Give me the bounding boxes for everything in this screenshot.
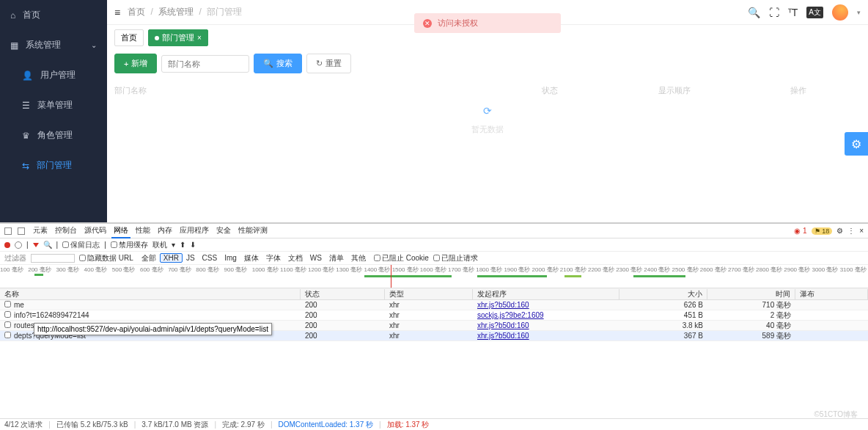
gear-icon[interactable]: ⚙: [836, 227, 843, 235]
record-icon[interactable]: [4, 242, 10, 248]
dept-name-input[interactable]: [161, 55, 249, 73]
close-icon[interactable]: ×: [859, 227, 864, 235]
preserve-log-checkbox[interactable]: 保留日志: [62, 240, 100, 250]
url-tooltip: http://localhost:9527/dev-api/youlai-adm…: [34, 323, 272, 335]
search-icon[interactable]: 🔍: [43, 241, 52, 249]
th-order: 显示顺序: [612, 85, 737, 96]
add-label: 新增: [131, 58, 147, 69]
col-name[interactable]: 名称: [0, 289, 301, 299]
disable-cache-checkbox[interactable]: 禁用缓存: [111, 240, 148, 250]
caret-down-icon[interactable]: ▾: [172, 241, 175, 249]
active-dot-icon: [155, 36, 159, 40]
timeline[interactable]: 100 毫秒200 毫秒300 毫秒400 毫秒500 毫秒600 毫秒700 …: [0, 265, 868, 288]
issue-badge[interactable]: ⚑ 18: [812, 227, 833, 235]
upload-icon[interactable]: ⬆: [180, 241, 185, 249]
row-checkbox[interactable]: [4, 332, 11, 338]
caret-down-icon[interactable]: ▾: [857, 9, 861, 16]
search-button[interactable]: 🔍搜索: [254, 54, 302, 73]
tab-dept[interactable]: 部门管理 ×: [148, 29, 208, 46]
sidebar-system-label: 系统管理: [26, 39, 61, 51]
row-checkbox[interactable]: [4, 311, 11, 318]
row-checkbox[interactable]: [4, 301, 11, 307]
sidebar-item-dept[interactable]: ⇆部门管理: [0, 150, 107, 181]
network-row[interactable]: info?t=1624899472144200xhrsockjs.js?9be2…: [0, 310, 868, 321]
hide-data-url-checkbox[interactable]: 隐藏数据 URL: [79, 253, 133, 263]
fullscreen-icon[interactable]: ⛶: [769, 7, 779, 18]
devtools-tab[interactable]: 网络: [111, 224, 130, 238]
blocked-cookie-checkbox[interactable]: 已阻止 Cookie: [374, 253, 429, 263]
col-initiator[interactable]: 发起程序: [473, 289, 619, 299]
sidebar-item-roles[interactable]: ♛角色管理: [0, 120, 107, 150]
add-button[interactable]: +新增: [114, 54, 157, 73]
blocked-req-checkbox[interactable]: 已阻止请求: [433, 253, 478, 263]
devtools-header: 元素控制台源代码网络性能内存应用程序安全性能评测 ◉ 1 ⚑ 18 ⚙ ⋮ ×: [0, 224, 868, 238]
hamburger-icon[interactable]: ≡: [114, 7, 120, 18]
empty-text: 暂无数据: [114, 124, 861, 135]
col-type[interactable]: 类型: [385, 289, 473, 299]
tab-home[interactable]: 首页: [114, 29, 144, 46]
filter-input[interactable]: [31, 254, 75, 263]
devtools-controls: | 🔍 | 保留日志 | 禁用缓存 联机 ▾ ⬆ ⬇: [0, 238, 868, 252]
type-filter[interactable]: 文档: [284, 253, 306, 263]
filter-icon[interactable]: [33, 243, 39, 247]
sidebar-item-menus[interactable]: ☰菜单管理: [0, 90, 107, 120]
lang-icon[interactable]: A文: [806, 7, 823, 18]
refresh-icon: ↻: [316, 59, 323, 68]
type-filter[interactable]: 清单: [326, 253, 347, 263]
devtools-tab[interactable]: 性能: [133, 224, 152, 238]
sidebar-item-users[interactable]: 👤用户管理: [0, 60, 107, 90]
error-icon: ✕: [423, 19, 432, 28]
breadcrumb: 首页 / 系统管理 / 部门管理: [128, 6, 242, 18]
error-alert: ✕ 访问未授权: [414, 13, 561, 33]
type-filter[interactable]: CSS: [199, 253, 221, 263]
device-icon[interactable]: [18, 227, 25, 235]
search-icon[interactable]: 🔍: [748, 7, 760, 18]
type-filter[interactable]: 字体: [262, 253, 284, 263]
col-waterfall[interactable]: 瀑布: [795, 289, 868, 299]
clear-icon[interactable]: [15, 241, 22, 249]
col-size[interactable]: 大小: [619, 289, 707, 299]
throttle-select[interactable]: 联机: [152, 240, 167, 250]
devtools-tab[interactable]: 应用程序: [177, 224, 211, 238]
type-filter[interactable]: 媒体: [240, 253, 262, 263]
more-icon[interactable]: ⋮: [847, 227, 855, 235]
bc-home[interactable]: 首页: [128, 7, 145, 17]
devtools-status: 4/12 次请求| 已传输 5.2 kB/75.3 kB| 3.7 kB/17.…: [0, 418, 868, 430]
reset-button[interactable]: ↻重置: [306, 54, 351, 73]
col-status[interactable]: 状态: [301, 289, 385, 299]
devtools-tab[interactable]: 控制台: [53, 224, 79, 238]
settings-fab[interactable]: ⚙: [845, 132, 868, 156]
devtools-tab[interactable]: 性能评测: [236, 224, 270, 238]
download-icon[interactable]: ⬇: [190, 241, 196, 249]
search-icon: 🔍: [263, 59, 273, 68]
type-filter[interactable]: WS: [306, 253, 326, 263]
type-filter[interactable]: JS: [183, 253, 199, 263]
bc-system[interactable]: 系统管理: [158, 7, 194, 17]
sidebar-home-label: 首页: [23, 9, 40, 21]
col-time[interactable]: 时间: [707, 289, 795, 299]
devtools-tab[interactable]: 元素: [31, 224, 50, 238]
sidebar: ⌂ 首页 ▦ 系统管理 ⌄ 👤用户管理 ☰菜单管理 ♛角色管理 ⇆部门管理: [0, 0, 107, 222]
type-filter[interactable]: XHR: [160, 253, 183, 263]
type-filter[interactable]: 其他: [347, 253, 369, 263]
sidebar-home[interactable]: ⌂ 首页: [0, 0, 107, 30]
devtools-tab[interactable]: 安全: [214, 224, 233, 238]
type-filter[interactable]: 全部: [138, 253, 160, 263]
network-row[interactable]: me200xhrxhr.js?b50d:160626 B710 毫秒: [0, 300, 868, 310]
user-icon: 👤: [22, 70, 33, 81]
network-columns: 名称 状态 类型 发起程序 大小 时间 瀑布: [0, 288, 868, 300]
status-requests: 4/12 次请求: [4, 420, 43, 430]
devtools-tab[interactable]: 内存: [155, 224, 174, 238]
avatar[interactable]: [832, 4, 848, 21]
devtools-tab[interactable]: 源代码: [82, 224, 108, 238]
fontsize-icon[interactable]: ᵀT: [788, 7, 798, 18]
sidebar-system[interactable]: ▦ 系统管理 ⌄: [0, 30, 107, 60]
type-filter[interactable]: Img: [221, 253, 240, 263]
close-icon[interactable]: ×: [197, 34, 202, 42]
chevron-down-icon: ⌄: [91, 41, 97, 49]
th-name: 部门名称: [114, 85, 488, 96]
inspect-icon[interactable]: [4, 227, 12, 235]
dashboard-icon: ⌂: [10, 10, 15, 21]
row-checkbox[interactable]: [4, 321, 11, 328]
error-count-icon[interactable]: ◉ 1: [794, 227, 806, 235]
